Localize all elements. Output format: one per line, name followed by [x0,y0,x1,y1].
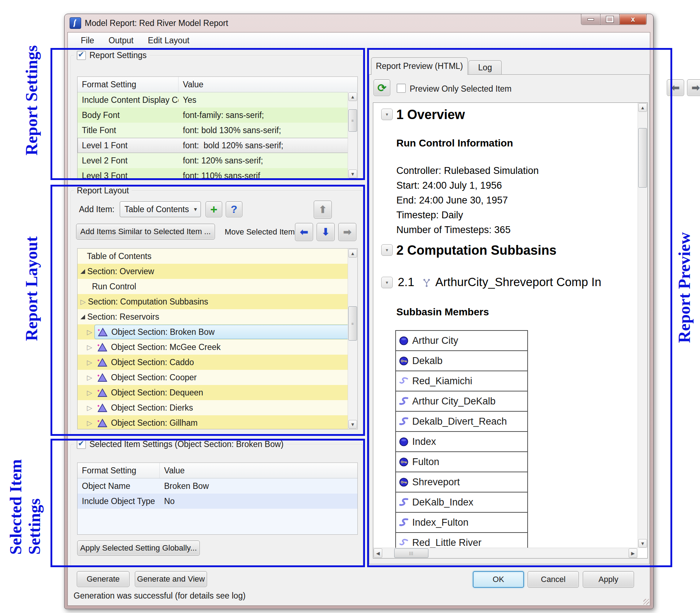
ok-button[interactable]: OK [473,571,524,588]
title-bar[interactable]: Model Report: Red River Model Report x [65,14,653,32]
tree-item-section-overview[interactable]: Section: Overview [78,264,357,279]
minimize-button[interactable] [581,14,600,25]
rs-table-scrollbar[interactable]: ▲ ≡ ▼ [348,92,357,179]
rs-cell-value: font-family: sans-serif; [179,108,357,123]
preview-vscroll-thumb[interactable] [638,128,647,188]
menu-item-edit-layout[interactable]: Edit Layout [141,33,197,48]
add-similar-button[interactable]: Add Items Similar to Selected Item ... [76,224,215,240]
preview-scroll-right-icon[interactable]: ▶ [629,548,637,558]
rs-col-value[interactable]: Value [179,77,357,92]
preview-scroll-down-icon[interactable]: ▼ [638,539,647,548]
window-title: Model Report: Red River Model Report [85,18,228,28]
move-right-button[interactable]: ➡ [338,223,356,241]
tree-scroll-down-icon[interactable]: ▼ [348,420,357,429]
add-item-button[interactable]: + [206,201,222,217]
tree-item-object-section-dierks[interactable]: ▷Object Section: Dierks [78,400,357,415]
tree-scroll-thumb[interactable]: ≡ [348,306,357,341]
move-down-button[interactable]: ⬇ [317,223,335,241]
sis-col-format-setting[interactable]: Format Setting [78,463,160,478]
rs-row-0[interactable]: Include Content Display ControlsYes [78,92,357,108]
preview-scroll-left-icon[interactable]: ◀ [374,548,382,558]
report-settings-table: Format Setting Value Include Content Dis… [77,76,358,179]
rs-scroll-thumb[interactable]: ≡ [348,109,357,132]
rs-row-2[interactable]: Title Fontfont: bold 130% sans-serif; [78,123,357,138]
report-preview-pane[interactable]: ▼ 1 Overview Run Control Information Con… [373,102,648,559]
collapse-subbasins-button[interactable]: ▼ [381,244,393,256]
tab-report-preview[interactable]: Report Preview (HTML) [371,57,468,75]
tree-item-table-of-contents[interactable]: Table of Contents [78,249,357,264]
tree-item-section-reservoirs[interactable]: Section: Reservoirs [78,309,357,324]
selected-item-settings-checkbox[interactable] [77,440,86,449]
tree-item-run-control[interactable]: Run Control [78,279,357,294]
generate-and-view-button[interactable]: Generate and View [135,571,207,587]
add-item-dropdown[interactable]: Table of Contents ▼ [120,201,201,217]
sis-row-1[interactable]: Include Object TypeNo [78,494,357,509]
collapse-section21-button[interactable]: ▼ [381,277,393,288]
apply-globally-button[interactable]: Apply Selected Setting Globally... [77,540,200,556]
move-left-button[interactable]: ⬅ [295,223,313,241]
tree-scroll-up-icon[interactable]: ▲ [348,249,357,258]
subbasin-members-table: Arthur CityDekalbRed_KiamichiArthur City… [395,330,528,553]
sis-cell-setting: Include Object Type [78,494,160,509]
preview-back-button[interactable]: ⬅ [667,79,684,96]
rs-cell-setting: Level 3 Font [78,168,179,179]
expander-closed-icon[interactable]: ▷ [87,374,92,381]
expander-closed-icon[interactable]: ▷ [80,298,86,305]
rs-cell-value: font: 120% sans-serif; [179,153,357,168]
help-button[interactable]: ? [226,201,242,217]
generate-button[interactable]: Generate [77,571,129,587]
member-name: Arthur City [412,335,458,346]
rs-row-3[interactable]: Level 1 Fontfont: bold 120% sans-serif; [78,138,357,153]
tree-item-object-section-dequeen[interactable]: ▷Object Section: Dequeen [78,385,357,400]
expander-closed-icon[interactable]: ▷ [87,344,92,351]
preview-hscrollbar[interactable]: ◀ ||| ▶ [373,548,638,558]
reservoir-icon [97,388,107,397]
collapse-icon: ▼ [385,112,389,117]
preview-forward-button[interactable]: ➡ [687,79,700,96]
menu-item-output[interactable]: Output [101,33,141,48]
tree-item-section-computation-subbasins[interactable]: ▷Section: Computation Subbasins [78,294,357,309]
preview-only-checkbox[interactable] [397,84,406,93]
expander-closed-icon[interactable]: ▷ [87,404,92,411]
expander-closed-icon[interactable]: ▷ [87,420,92,426]
refresh-button[interactable]: ⟳ [374,79,390,96]
expander-open-icon[interactable] [80,315,85,319]
cancel-button[interactable]: Cancel [528,571,579,588]
rs-scroll-down-icon[interactable]: ▼ [348,170,357,178]
reservoir-icon [97,327,108,337]
collapse-overview-button[interactable]: ▼ [381,109,393,120]
sis-row-0[interactable]: Object NameBroken Bow [78,478,357,494]
move-up-button[interactable]: ⬆ [314,201,332,219]
expander-open-icon[interactable] [80,269,85,274]
menu-item-file[interactable]: File [74,33,101,48]
preview-vscrollbar[interactable]: ▲ ▼ [638,103,647,548]
tree-item-object-section-broken-bow[interactable]: ▷Object Section: Broken Bow [78,324,357,340]
preview-hscroll-thumb[interactable]: ||| [394,548,428,558]
rs-scroll-up-icon[interactable]: ▲ [348,92,357,101]
question-icon: ? [231,203,237,215]
annotation-label-selected-item-settings: Selected ItemSettings [6,459,44,555]
rs-row-4[interactable]: Level 2 Fontfont: 120% sans-serif; [78,153,357,168]
preview-scroll-up-icon[interactable]: ▲ [638,103,647,112]
expander-closed-icon[interactable]: ▷ [87,359,92,366]
tree-item-object-section-mcgee-creek[interactable]: ▷Object Section: McGee Creek [78,340,357,355]
apply-button[interactable]: Apply [583,571,634,588]
rs-cell-setting: Title Font [78,123,179,138]
sis-col-value[interactable]: Value [160,463,357,478]
report-settings-checkbox[interactable] [77,51,86,60]
resize-grip[interactable] [643,599,649,605]
close-button[interactable]: x [620,14,647,25]
rs-col-format-setting[interactable]: Format Setting [78,77,179,92]
tree-item-object-section-caddo[interactable]: ▷Object Section: Caddo [78,355,357,370]
tab-log[interactable]: Log [468,60,502,75]
run-control-line: Timestep: Daily [396,208,539,223]
tree-item-object-section-gillham[interactable]: ▷Object Section: Gillham [78,415,357,429]
maximize-button[interactable] [600,14,620,25]
annotation-label-report-settings: Report Settings [22,45,41,155]
expander-closed-icon[interactable]: ▷ [87,329,92,336]
expander-closed-icon[interactable]: ▷ [87,389,92,396]
tree-scrollbar[interactable]: ▲ ≡ ▼ [348,249,357,429]
rs-row-5[interactable]: Level 3 Fontfont: 110% sans-serif [78,168,357,179]
tree-item-object-section-cooper[interactable]: ▷Object Section: Cooper [78,370,357,385]
rs-row-1[interactable]: Body Fontfont-family: sans-serif; [78,108,357,123]
